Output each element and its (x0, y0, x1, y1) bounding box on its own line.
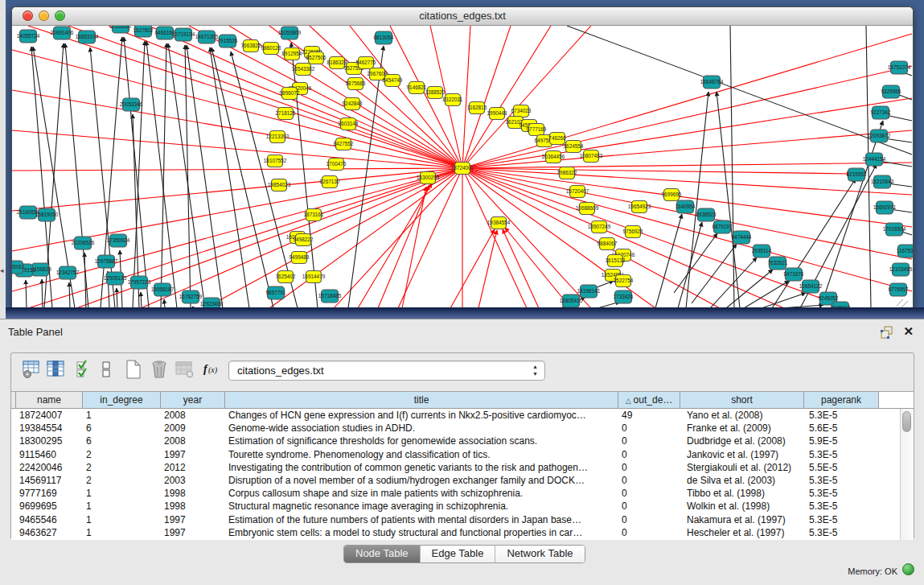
select-column-icon[interactable] (47, 360, 69, 382)
graph-edge[interactable] (26, 280, 27, 308)
graph-node[interactable]: 6776957 (889, 283, 909, 296)
graph-node[interactable]: 1162815 (467, 102, 487, 114)
graph-node[interactable]: 16543382 (292, 64, 315, 76)
graph-node[interactable]: 15751074 (888, 61, 911, 74)
cell-indegree[interactable]: 6 (83, 422, 161, 435)
graph-node[interactable]: 1167533 (897, 245, 913, 257)
cell-pagerank[interactable]: 5.3E-5 (804, 500, 879, 513)
cell-title[interactable]: Estimation of significance thresholds fo… (225, 435, 618, 447)
cell-year[interactable]: 1998 (161, 487, 225, 500)
close-panel-icon[interactable]: ✕ (903, 324, 914, 339)
table-row[interactable]: 1456911722003Disruption of a novel membe… (11, 474, 914, 487)
graph-node[interactable]: 12093872 (868, 130, 891, 142)
table-row[interactable]: 977716911998Corpus callosum shape and si… (11, 487, 914, 500)
graph-node[interactable]: 9896072 (280, 88, 300, 100)
graph-node[interactable]: 7663822 (241, 40, 261, 52)
table-row[interactable]: 1938455462009Genome-wide association stu… (11, 422, 914, 435)
select-all-check-icon[interactable] (76, 360, 98, 382)
graph-node[interactable]: 8454749 (383, 75, 403, 87)
graph-edge[interactable] (462, 168, 848, 308)
cell-pagerank[interactable]: 5.3E-5 (804, 448, 879, 461)
graph-node[interactable]: 1640954 (676, 200, 696, 213)
table-row[interactable]: 1872400712008Changes of HCN gene express… (11, 409, 914, 422)
graph-edge[interactable] (69, 282, 70, 308)
tab-edge-table[interactable]: Edge Table (420, 546, 495, 562)
cell-outdegree[interactable]: 0 (618, 474, 680, 487)
graph-node[interactable]: 1700476 (326, 159, 347, 171)
graph-node[interactable]: 2935114 (752, 245, 772, 257)
network-select[interactable]: citations_edges.txt ▲▼ (228, 360, 545, 381)
graph-node[interactable]: 6879197 (713, 220, 733, 233)
graph-edge[interactable] (503, 229, 539, 308)
graph-node[interactable]: 9227342 (871, 106, 891, 119)
graph-edge[interactable] (462, 26, 551, 168)
function-builder-icon[interactable]: f(x) (203, 360, 225, 382)
graph-node[interactable]: 19854023 (268, 179, 291, 192)
delete-table-icon[interactable] (175, 360, 198, 382)
graph-node[interactable]: 9498222 (294, 234, 314, 246)
graph-node[interactable]: 8322031 (443, 94, 463, 106)
graph-edge[interactable] (879, 161, 912, 167)
network-canvas[interactable]: 1405572420691406188531041055328715276026… (12, 26, 913, 308)
graph-node[interactable]: 9527506 (306, 52, 326, 64)
table-row[interactable]: 946554611997Estimation of the future num… (11, 513, 914, 526)
cell-title[interactable]: Tourette syndrome. Phenomenology and cla… (225, 448, 618, 461)
graph-edge[interactable] (402, 187, 426, 308)
graph-node[interactable]: 8215953 (847, 168, 867, 181)
cell-short[interactable]: Jankovic et al. (1997) (680, 448, 804, 461)
cell-year[interactable]: 1997 (161, 513, 225, 526)
cell-title[interactable]: Corpus callosum shape and size in male p… (225, 487, 618, 500)
graph-node[interactable]: 9884067 (598, 238, 618, 250)
graph-node[interactable]: 12103495 (889, 263, 913, 276)
graph-node[interactable]: 19384554 (487, 217, 511, 229)
cell-short[interactable]: Tibbo et al. (1998) (680, 487, 804, 500)
graph-node[interactable]: 8427552 (334, 138, 354, 150)
graph-edge[interactable] (744, 281, 789, 308)
graph-node[interactable]: 12444154 (863, 153, 886, 166)
graph-node[interactable]: 8938923 (696, 208, 717, 221)
cell-pagerank[interactable]: 5.3E-5 (804, 513, 879, 526)
graph-node[interactable]: 7632621 (768, 257, 788, 270)
cell-pagerank[interactable]: 5.3E-5 (804, 409, 879, 422)
cell-pagerank[interactable]: 5.3E-5 (804, 526, 879, 539)
table-row[interactable]: 2242004622012Investigating the contribut… (11, 461, 914, 474)
table-row[interactable]: 946362711997Embryonic stem cells: a mode… (11, 526, 914, 539)
graph-edge[interactable] (141, 292, 142, 308)
graph-node[interactable]: 9699695 (662, 189, 682, 201)
column-header-name[interactable]: name (16, 392, 83, 409)
cell-name[interactable]: 14569117 (16, 474, 83, 487)
graph-node[interactable]: 9146821 (407, 82, 427, 94)
cell-outdegree[interactable]: 0 (618, 513, 680, 526)
graph-node[interactable]: 9329966 (881, 85, 901, 98)
graph-node[interactable]: 16210643 (871, 175, 894, 188)
graph-node[interactable]: 15819050 (35, 208, 59, 221)
cell-year[interactable]: 1998 (161, 500, 225, 513)
cell-short[interactable]: Hescheler et al. (1997) (680, 526, 804, 539)
cell-title[interactable]: Structural magnetic resonance image aver… (225, 500, 618, 513)
graph-node[interactable]: 18853104 (76, 31, 99, 43)
graph-node[interactable]: 20206526 (72, 237, 95, 249)
cell-outdegree[interactable]: 0 (618, 487, 680, 500)
cell-short[interactable]: de Silva et al. (2003) (680, 474, 804, 487)
cell-year[interactable]: 2008 (161, 435, 225, 447)
cell-title[interactable]: Investigating the contribution of common… (225, 461, 618, 474)
graph-node[interactable]: 8505061 (12, 261, 25, 274)
graph-node[interactable]: 16805410 (560, 295, 583, 307)
cell-title[interactable]: Genome-wide association studies in ADHD. (225, 422, 618, 435)
graph-node[interactable]: 7625402 (276, 271, 296, 283)
graph-edge[interactable] (462, 168, 527, 308)
scrollbar-thumb[interactable] (902, 411, 911, 432)
graph-node[interactable]: 9857791 (266, 286, 286, 299)
cell-indegree[interactable]: 2 (83, 461, 161, 474)
column-header-title[interactable]: title (225, 392, 618, 409)
cell-name[interactable]: 22420046 (16, 461, 83, 474)
graph-node[interactable]: 16648784 (700, 76, 724, 89)
graph-node[interactable]: 15720407 (566, 186, 589, 198)
cell-indegree[interactable]: 2 (83, 474, 161, 487)
cell-indegree[interactable]: 1 (83, 526, 161, 539)
cell-outdegree[interactable]: 0 (618, 422, 680, 435)
graph-node[interactable]: 17957223 (128, 276, 151, 289)
graph-node[interactable]: 5462775 (356, 57, 376, 69)
graph-node[interactable]: 12505135 (104, 272, 127, 285)
graph-node[interactable]: 8912954 (282, 48, 302, 60)
